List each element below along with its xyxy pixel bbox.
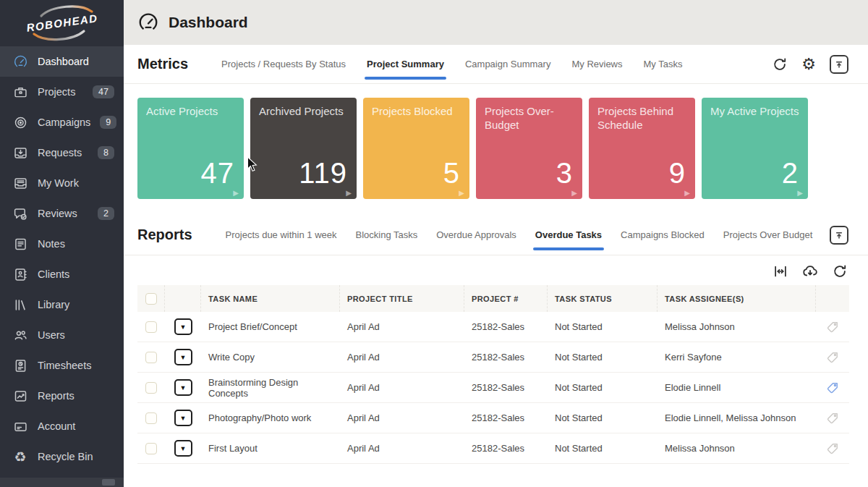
sidebar-item-library[interactable]: Library xyxy=(0,289,124,320)
sidebar-nav: Dashboard Projects 47 Campaigns 9 xyxy=(0,46,124,472)
sidebar-item-label: Clients xyxy=(38,268,69,280)
table-header-row: TASK NAME PROJECT TITLE PROJECT # TASK S… xyxy=(137,285,849,312)
refresh-icon[interactable] xyxy=(772,56,788,72)
tag-column-header xyxy=(816,285,849,312)
tag-icon[interactable] xyxy=(825,320,840,334)
tab-my-reviews[interactable]: My Reviews xyxy=(571,59,622,69)
caret-down-icon: ▼ xyxy=(180,354,187,361)
tab-projects-requests-by-status[interactable]: Projects / Requests By Status xyxy=(221,59,346,69)
column-header-project-number[interactable]: PROJECT # xyxy=(464,285,548,312)
column-header-task-status[interactable]: TASK STATUS xyxy=(548,285,658,312)
credit-card-icon xyxy=(12,418,28,434)
row-expand-button[interactable]: ▼ xyxy=(174,379,192,396)
task-status-cell: Not Started xyxy=(548,412,658,423)
task-name-cell: Photography/Photo work xyxy=(201,412,340,423)
task-name-cell: First Layout xyxy=(201,443,340,454)
project-number-cell: 25182-Sales xyxy=(464,443,548,454)
task-name-cell: Project Brief/Concept xyxy=(201,321,340,332)
sidebar-item-my-work[interactable]: My Work xyxy=(0,168,124,198)
sidebar-item-label: Users xyxy=(38,329,65,341)
robohead-logo: ROBOHEAD xyxy=(0,0,124,46)
sidebar: ROBOHEAD Dashboard Projects 47 xyxy=(0,0,124,487)
column-header-task-name[interactable]: TASK NAME xyxy=(201,285,340,312)
sidebar-item-reports[interactable]: Reports xyxy=(0,381,124,411)
card-drilldown-arrow-icon: ▶ xyxy=(797,189,803,197)
column-header-project-title[interactable]: PROJECT TITLE xyxy=(340,285,464,312)
sidebar-item-dashboard[interactable]: Dashboard xyxy=(0,46,124,77)
task-name-cell: Brainstorming Design Concepts xyxy=(201,377,340,399)
project-number-cell: 25182-Sales xyxy=(464,352,548,363)
tag-icon[interactable] xyxy=(825,441,840,456)
row-expand-button[interactable]: ▼ xyxy=(174,318,192,335)
row-expand-button[interactable]: ▼ xyxy=(174,410,192,426)
tab-projects-due-within-1-week[interactable]: Projects due within 1 week xyxy=(226,229,337,240)
tag-icon-highlighted[interactable] xyxy=(825,381,840,395)
sidebar-item-clients[interactable]: Clients xyxy=(0,259,124,289)
chart-icon xyxy=(12,388,28,404)
row-expand-button[interactable]: ▼ xyxy=(174,349,192,365)
select-all-checkbox[interactable] xyxy=(145,293,157,305)
cloud-download-icon[interactable] xyxy=(801,263,819,280)
card-drilldown-arrow-icon: ▶ xyxy=(459,189,464,197)
sidebar-item-users[interactable]: Users xyxy=(0,320,124,350)
row-checkbox[interactable] xyxy=(145,382,157,394)
resize-columns-icon[interactable] xyxy=(773,263,788,279)
sidebar-item-label: Reviews xyxy=(38,208,77,219)
caret-down-icon: ▼ xyxy=(180,415,187,422)
sidebar-item-reviews[interactable]: Reviews 2 xyxy=(0,198,124,229)
tab-my-tasks[interactable]: My Tasks xyxy=(644,59,683,69)
sidebar-item-recycle-bin[interactable]: ♻ Recycle Bin xyxy=(0,441,124,472)
sidebar-item-campaigns[interactable]: Campaigns 9 xyxy=(0,107,124,137)
tag-icon[interactable] xyxy=(825,350,840,365)
tab-projects-over-budget[interactable]: Projects Over Budget xyxy=(723,229,813,240)
tab-project-summary[interactable]: Project Summary xyxy=(367,59,444,69)
sidebar-footer xyxy=(0,478,124,487)
sidebar-item-notes[interactable]: Notes xyxy=(0,229,124,259)
row-checkbox[interactable] xyxy=(145,443,157,454)
gear-icon[interactable]: ⚙ xyxy=(801,56,816,72)
task-status-cell: Not Started xyxy=(548,321,658,332)
briefcase-icon xyxy=(12,84,28,100)
card-active-projects[interactable]: Active Projects 47 ▶ xyxy=(137,98,244,199)
main-area: Dashboard Metrics Projects / Requests By… xyxy=(124,0,868,487)
task-assignees-cell: Melissa Johnson xyxy=(658,321,816,332)
sidebar-collapse-handle[interactable] xyxy=(102,479,115,486)
table-row: ▼ Photography/Photo work April Ad 25182-… xyxy=(137,403,849,433)
row-checkbox[interactable] xyxy=(145,412,157,424)
sidebar-item-label: Timesheets xyxy=(38,360,91,371)
task-name-cell: Write Copy xyxy=(201,352,340,363)
card-drilldown-arrow-icon: ▶ xyxy=(233,189,239,197)
card-projects-behind-schedule[interactable]: Projects Behind Schedule 9 ▶ xyxy=(589,98,695,199)
row-checkbox[interactable] xyxy=(145,352,157,363)
sidebar-item-projects[interactable]: Projects 47 xyxy=(0,77,124,107)
sidebar-item-timesheets[interactable]: Timesheets xyxy=(0,350,124,381)
row-checkbox[interactable] xyxy=(145,321,157,333)
sidebar-item-label: Campaigns xyxy=(38,117,90,128)
card-title: Projects Over-Budget xyxy=(485,105,574,132)
tab-campaigns-blocked[interactable]: Campaigns Blocked xyxy=(621,229,705,240)
tab-campaign-summary[interactable]: Campaign Summary xyxy=(465,59,551,69)
column-header-task-assignees[interactable]: TASK ASSIGNEE(S) xyxy=(658,285,816,312)
reports-tabs: Projects due within 1 week Blocking Task… xyxy=(226,229,813,240)
table-row: ▼ Write Copy April Ad 25182-Sales Not St… xyxy=(137,342,849,373)
row-expand-button[interactable]: ▼ xyxy=(174,440,192,457)
refresh-icon[interactable] xyxy=(832,263,848,279)
tab-blocking-tasks[interactable]: Blocking Tasks xyxy=(356,229,418,240)
collapse-panel-icon[interactable] xyxy=(830,226,848,245)
card-title: Active Projects xyxy=(146,105,235,119)
card-archived-projects[interactable]: Archived Projects 119 ▶ xyxy=(250,98,357,199)
card-title: My Active Projects xyxy=(710,105,799,119)
books-icon xyxy=(12,297,28,313)
card-my-active-projects[interactable]: My Active Projects 2 ▶ xyxy=(702,98,808,199)
collapse-panel-icon[interactable] xyxy=(830,55,848,74)
sidebar-item-label: Dashboard xyxy=(38,56,89,67)
tag-icon[interactable] xyxy=(825,411,840,425)
sidebar-item-requests[interactable]: Requests 8 xyxy=(0,137,124,168)
card-projects-blocked[interactable]: Projects Blocked 5 ▶ xyxy=(363,98,469,199)
tab-overdue-tasks[interactable]: Overdue Tasks xyxy=(535,229,602,240)
tab-overdue-approvals[interactable]: Overdue Approvals xyxy=(436,229,516,240)
card-projects-over-budget[interactable]: Projects Over-Budget 3 ▶ xyxy=(476,98,582,199)
caret-down-icon: ▼ xyxy=(180,323,187,331)
sidebar-item-account[interactable]: Account xyxy=(0,411,124,441)
project-number-cell: 25182-Sales xyxy=(464,382,548,393)
